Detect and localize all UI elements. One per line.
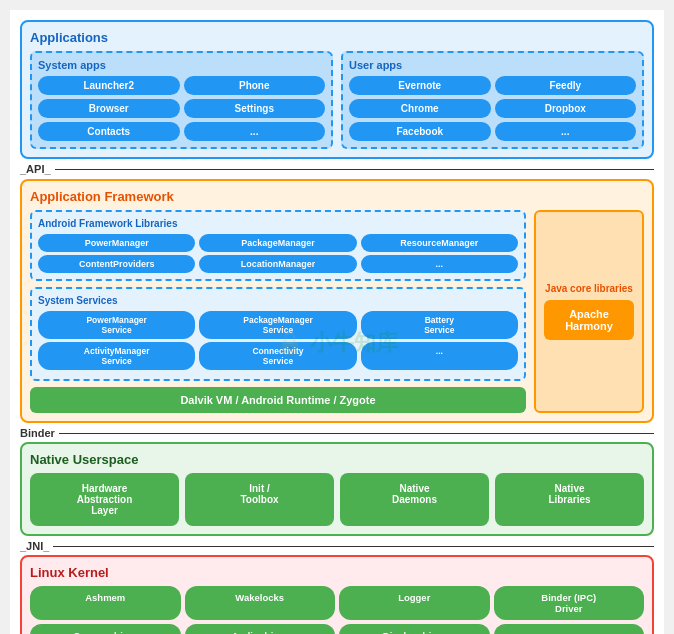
list-item[interactable]: ... [494,624,645,634]
list-item[interactable]: PackageManagerService [199,311,356,339]
list-item[interactable]: Display driver [339,624,490,634]
kernel-section: Linux Kernel Ashmem Wakelocks Logger Bin… [20,555,654,634]
list-item[interactable]: Browser [38,99,180,118]
list-item[interactable]: Facebook [349,122,491,141]
api-label: _API_ [20,163,51,175]
list-item[interactable]: ... [184,122,326,141]
native-section: Native Userspace HardwareAbstractionLaye… [20,442,654,536]
list-item[interactable]: Camera driver [30,624,181,634]
list-item[interactable]: PackageManager [199,234,356,252]
binder-label: Binder [20,427,55,439]
java-core-section: Java core libraries ApacheHarmony [534,210,644,413]
list-item[interactable]: Settings [184,99,326,118]
framework-inner: Android Framework Libraries PowerManager… [30,210,644,413]
kernel-title: Linux Kernel [30,565,644,580]
android-fw-libs: Android Framework Libraries PowerManager… [30,210,526,281]
list-item[interactable]: ContentProviders [38,255,195,273]
list-item[interactable]: Binder (IPC)Driver [494,586,645,620]
list-item[interactable]: PowerManager [38,234,195,252]
list-item[interactable]: BatteryService [361,311,518,339]
list-item[interactable]: Init /Toolbox [185,473,334,526]
native-title: Native Userspace [30,452,644,467]
list-item[interactable]: ... [361,342,518,370]
fw-grid-row2: ContentProviders LocationManager ... [38,255,518,273]
list-item[interactable]: Logger [339,586,490,620]
list-item[interactable]: ActivityManagerService [38,342,195,370]
list-item[interactable]: ... [495,122,637,141]
ss-grid-row2: ActivityManagerService ConnectivityServi… [38,342,518,370]
ss-grid-row1: PowerManagerService PackageManagerServic… [38,311,518,339]
system-apps-subsection: System apps Launcher2 Phone Browser Sett… [30,51,333,149]
list-item[interactable]: Audio driver [185,624,336,634]
list-item[interactable]: Ashmem [30,586,181,620]
dalvik-bar: Dalvik VM / Android Runtime / Zygote [30,387,526,413]
user-apps-grid: Evernote Feedly Chrome Dropbox Facebook … [349,76,636,141]
android-fw-libs-title: Android Framework Libraries [38,218,518,229]
framework-left: Android Framework Libraries PowerManager… [30,210,526,413]
system-services-title: System Services [38,295,518,306]
list-item[interactable]: PowerManagerService [38,311,195,339]
list-item[interactable]: Chrome [349,99,491,118]
list-item[interactable]: Feedly [495,76,637,95]
native-grid: HardwareAbstractionLayer Init /Toolbox N… [30,473,644,526]
list-item[interactable]: Dropbox [495,99,637,118]
applications-section: Applications System apps Launcher2 Phone… [20,20,654,159]
list-item[interactable]: HardwareAbstractionLayer [30,473,179,526]
system-services: System Services PowerManagerService Pack… [30,287,526,381]
apache-harmony-button[interactable]: ApacheHarmony [544,300,634,340]
user-apps-title: User apps [349,59,636,71]
list-item[interactable]: NativeLibraries [495,473,644,526]
list-item[interactable]: LocationManager [199,255,356,273]
jni-label: _JNI_ [20,540,49,552]
list-item[interactable]: Wakelocks [185,586,336,620]
fw-grid-row1: PowerManager PackageManager ResourceMana… [38,234,518,252]
kernel-grid-row2: Camera driver Audio driver Display drive… [30,624,644,634]
framework-section: Application Framework Android Framework … [20,179,654,423]
list-item[interactable]: ... [361,255,518,273]
system-apps-title: System apps [38,59,325,71]
list-item[interactable]: Launcher2 [38,76,180,95]
apps-row: System apps Launcher2 Phone Browser Sett… [30,51,644,149]
list-item[interactable]: ConnectivityService [199,342,356,370]
api-divider: _API_ [20,163,654,175]
applications-title: Applications [30,30,644,45]
framework-title: Application Framework [30,189,644,204]
jni-divider: _JNI_ [20,540,654,552]
binder-divider: Binder [20,427,654,439]
list-item[interactable]: NativeDaemons [340,473,489,526]
list-item[interactable]: Contacts [38,122,180,141]
list-item[interactable]: ResourceManager [361,234,518,252]
java-core-title: Java core libraries [545,283,633,294]
main-diagram: Applications System apps Launcher2 Phone… [10,10,664,634]
list-item[interactable]: Phone [184,76,326,95]
user-apps-subsection: User apps Evernote Feedly Chrome Dropbox… [341,51,644,149]
list-item[interactable]: Evernote [349,76,491,95]
system-apps-grid: Launcher2 Phone Browser Settings Contact… [38,76,325,141]
kernel-grid-row1: Ashmem Wakelocks Logger Binder (IPC)Driv… [30,586,644,620]
